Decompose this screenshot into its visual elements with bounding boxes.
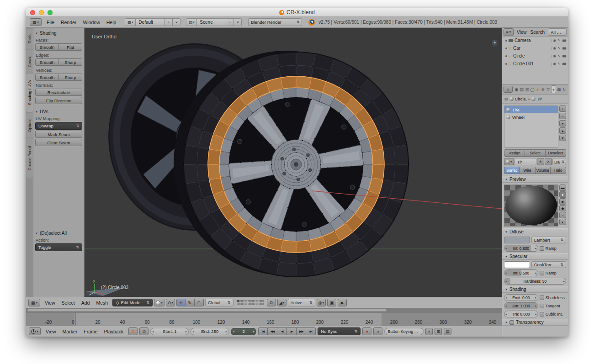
editor-type-properties-button[interactable] (504, 86, 513, 93)
snap-toggle-button[interactable] (267, 299, 276, 306)
specular-intensity-slider[interactable]: Int: 0.500 (504, 269, 538, 276)
keying-set-field[interactable]: Button Keying ... (384, 328, 424, 335)
shading-panel-header[interactable]: Shading (502, 286, 568, 293)
opengl-render-anim-button[interactable] (338, 299, 347, 306)
specular-color-swatch[interactable] (504, 261, 530, 268)
material-browse-button[interactable] (504, 158, 514, 165)
timeline-scrollbar[interactable] (26, 308, 502, 313)
hardness-slider[interactable]: Hardness: 50 (504, 278, 566, 285)
material-name-field[interactable]: Tir (514, 158, 536, 165)
diffuse-color-swatch[interactable] (504, 237, 530, 243)
renderability-camera-icon[interactable] (562, 47, 566, 49)
preview-panel-header[interactable]: Preview (502, 176, 568, 183)
toolshelf-tab-create[interactable]: Create (26, 50, 33, 73)
unlink-material-button[interactable] (545, 158, 552, 165)
properties-tab-scene[interactable]: ▥ (525, 85, 530, 93)
menu-render[interactable]: Render (58, 20, 80, 25)
layer-toggle-12[interactable] (239, 303, 242, 305)
layer-toggle-17[interactable] (253, 303, 255, 305)
transparency-panel-header[interactable]: Transparency (502, 319, 568, 326)
transparency-checkbox[interactable] (509, 320, 514, 325)
material-type-surfac[interactable]: Surfac (504, 167, 520, 174)
assign-button[interactable]: Assign (504, 149, 525, 157)
visibility-eye-icon[interactable]: ◉ (553, 46, 556, 50)
titlebar[interactable]: CR-X.blend (26, 8, 568, 17)
jump-to-start-button[interactable]: |◀ (258, 327, 268, 335)
menu-add[interactable]: Add (78, 300, 93, 306)
flip-direction-button[interactable]: Flip Direction (35, 97, 82, 104)
viewport-3d[interactable]: y User Ortho (2) Circle.003 + (85, 28, 502, 297)
preview-cube-button[interactable]: ■ (559, 198, 566, 205)
slot-specials-menu-button[interactable]: ▾ (559, 120, 566, 127)
unwrap-dropdown[interactable]: Unwrap (35, 122, 82, 130)
prev-keyframe-button[interactable]: ◀◀ (268, 327, 277, 335)
object-name[interactable]: Car (513, 46, 520, 51)
clear-keying-set-button[interactable] (425, 328, 433, 335)
deselect-button[interactable]: Deselect (546, 149, 566, 157)
preview-sphere-button[interactable]: ● (559, 191, 566, 198)
deselect-panel-header[interactable]: (De)select All (35, 231, 82, 236)
properties-tab-object[interactable]: ■ (535, 85, 540, 93)
add-material-slot-button[interactable]: + (559, 106, 566, 112)
diffuse-shader-dropdown[interactable]: Lambert (531, 237, 566, 243)
specular-panel-header[interactable]: Specular (502, 253, 568, 260)
checkbox-cubic-int[interactable]: Cubic Int. (540, 311, 566, 317)
checkbox-shadeless[interactable]: Shadeless (540, 294, 566, 301)
faces-flat-button[interactable]: Flat (59, 43, 82, 51)
selectability-cursor-icon[interactable]: ↖ (557, 38, 561, 42)
selectability-cursor-icon[interactable]: ↖ (557, 54, 561, 58)
breadcrumb-object[interactable]: Circle. (515, 96, 527, 101)
add-screen-layout-button[interactable] (165, 18, 173, 26)
toolshelf-tab-tools[interactable]: Tools (26, 29, 33, 49)
selectability-cursor-icon[interactable]: ↖ (557, 62, 561, 66)
snap-element-dropdown[interactable] (277, 299, 286, 306)
orientation-dropdown[interactable]: Global (205, 299, 233, 306)
preview-hair-button[interactable]: ≈ (559, 212, 566, 218)
material-type-halo[interactable]: Halo (551, 167, 566, 174)
layer-toggle-15[interactable] (248, 303, 250, 305)
delete-screen-layout-button[interactable] (173, 18, 180, 26)
opengl-render-button[interactable] (327, 299, 336, 306)
vertices-smooth-button[interactable]: Smooth (35, 74, 59, 81)
layer-toggle-11[interactable] (237, 303, 239, 305)
renderability-camera-icon[interactable] (562, 39, 566, 42)
faces-smooth-button[interactable]: Smooth (35, 43, 59, 51)
menu-select[interactable]: Select (58, 300, 78, 306)
properties-tab-physics[interactable]: ↻ (562, 85, 567, 93)
snap-target-dropdown[interactable]: Active (288, 299, 315, 306)
uvs-panel-header[interactable]: UVs (35, 109, 82, 114)
action-dropdown[interactable]: Toggle (35, 243, 82, 251)
edges-sharp-button[interactable]: Sharp (59, 58, 82, 66)
close-window-button[interactable] (30, 10, 35, 15)
move-slot-down-button[interactable]: ▾ (559, 135, 566, 141)
layer-toggle-16[interactable] (250, 303, 253, 305)
translate-manipulator-button[interactable] (176, 299, 186, 306)
edges-smooth-button[interactable]: Smooth (35, 58, 59, 66)
new-material-button[interactable] (537, 158, 544, 165)
minimize-window-button[interactable] (39, 10, 44, 15)
layer-toggle-14[interactable] (245, 303, 247, 305)
menu-view[interactable]: View (42, 329, 59, 334)
preview-world-button[interactable]: ◐ (559, 219, 566, 225)
scale-manipulator-button[interactable] (195, 299, 204, 306)
diffuse-intensity-slider[interactable]: Int: 0.800 (504, 245, 538, 252)
timeline-scroll-thumb[interactable] (27, 309, 387, 312)
properties-tab-render[interactable]: ▣ (514, 85, 519, 93)
menu-playback[interactable]: Playback (101, 329, 127, 334)
layer-toggle-4[interactable] (245, 300, 247, 302)
layer-toggle-2[interactable] (239, 300, 242, 302)
preview-flat-button[interactable]: ▬ (559, 185, 566, 191)
properties-tab-modifiers[interactable]: ⊕ (541, 85, 546, 93)
menu-view[interactable]: View (42, 300, 58, 306)
properties-tab-texture[interactable]: ▩ (557, 85, 562, 93)
use-preview-range-button[interactable] (128, 327, 138, 335)
layer-toggle-1[interactable] (237, 300, 239, 302)
diffuse-ramp-checkbox[interactable]: Ramp (540, 245, 566, 252)
layer-toggle-18[interactable] (256, 303, 258, 305)
layer-toggle-19[interactable] (259, 303, 261, 305)
viewport-shading-dropdown[interactable] (154, 299, 164, 306)
vertices-sharp-button[interactable]: Sharp (59, 74, 82, 81)
outliner-item-camera[interactable]: Camera|◉↖ (502, 37, 568, 44)
specular-shader-dropdown[interactable]: CookTorr (531, 261, 566, 268)
menu-search[interactable]: Search (529, 30, 547, 35)
